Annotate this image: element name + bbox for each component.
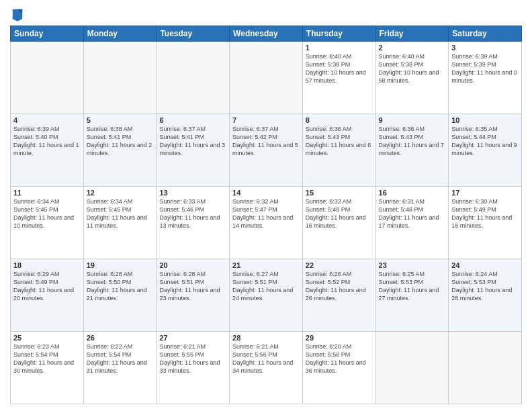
week-row-1: 4Sunrise: 6:39 AMSunset: 5:40 PMDaylight… <box>11 114 522 187</box>
day-info: Sunrise: 6:39 AMSunset: 5:39 PMDaylight:… <box>451 52 519 85</box>
day-cell: 22Sunrise: 6:26 AMSunset: 5:52 PMDayligh… <box>302 259 375 332</box>
day-cell: 8Sunrise: 6:36 AMSunset: 5:43 PMDaylight… <box>302 114 375 187</box>
day-info: Sunrise: 6:34 AMSunset: 5:45 PMDaylight:… <box>13 197 81 230</box>
day-cell: 14Sunrise: 6:32 AMSunset: 5:47 PMDayligh… <box>230 187 303 259</box>
week-row-3: 18Sunrise: 6:29 AMSunset: 5:49 PMDayligh… <box>11 259 522 332</box>
day-cell: 26Sunrise: 6:22 AMSunset: 5:54 PMDayligh… <box>83 332 157 404</box>
day-cell: 19Sunrise: 6:28 AMSunset: 5:50 PMDayligh… <box>83 259 157 332</box>
day-cell <box>375 332 449 404</box>
day-info: Sunrise: 6:22 AMSunset: 5:54 PMDaylight:… <box>87 342 154 375</box>
day-cell: 29Sunrise: 6:20 AMSunset: 5:56 PMDayligh… <box>302 332 375 404</box>
day-cell <box>230 42 303 114</box>
day-number: 14 <box>232 189 300 197</box>
day-number: 27 <box>159 334 226 342</box>
day-info: Sunrise: 6:28 AMSunset: 5:50 PMDaylight:… <box>87 270 154 303</box>
day-number: 1 <box>306 44 373 52</box>
day-info: Sunrise: 6:23 AMSunset: 5:54 PMDaylight:… <box>13 342 81 375</box>
day-cell <box>11 42 84 114</box>
calendar: SundayMondayTuesdayWednesdayThursdayFrid… <box>10 26 522 404</box>
day-info: Sunrise: 6:34 AMSunset: 5:45 PMDaylight:… <box>87 197 154 230</box>
day-number: 10 <box>451 116 519 124</box>
day-number: 19 <box>87 261 154 269</box>
day-info: Sunrise: 6:37 AMSunset: 5:41 PMDaylight:… <box>159 125 226 158</box>
day-number: 15 <box>306 189 373 197</box>
day-cell: 21Sunrise: 6:27 AMSunset: 5:51 PMDayligh… <box>230 259 303 332</box>
day-number: 21 <box>232 261 300 269</box>
day-info: Sunrise: 6:40 AMSunset: 5:38 PMDaylight:… <box>379 52 446 85</box>
day-info: Sunrise: 6:27 AMSunset: 5:51 PMDaylight:… <box>232 270 300 303</box>
day-cell: 13Sunrise: 6:33 AMSunset: 5:46 PMDayligh… <box>157 187 230 259</box>
day-number: 9 <box>379 116 446 124</box>
day-cell: 7Sunrise: 6:37 AMSunset: 5:42 PMDaylight… <box>230 114 303 187</box>
week-row-2: 11Sunrise: 6:34 AMSunset: 5:45 PMDayligh… <box>11 187 522 259</box>
day-cell: 16Sunrise: 6:31 AMSunset: 5:48 PMDayligh… <box>375 187 449 259</box>
day-number: 13 <box>159 189 226 197</box>
logo-icon <box>11 7 24 21</box>
day-cell: 28Sunrise: 6:21 AMSunset: 5:56 PMDayligh… <box>230 332 303 404</box>
day-cell: 15Sunrise: 6:32 AMSunset: 5:48 PMDayligh… <box>302 187 375 259</box>
day-info: Sunrise: 6:24 AMSunset: 5:53 PMDaylight:… <box>451 270 519 303</box>
weekday-header-saturday: Saturday <box>449 26 522 42</box>
day-info: Sunrise: 6:25 AMSunset: 5:53 PMDaylight:… <box>379 270 446 303</box>
day-number: 6 <box>159 116 226 124</box>
day-number: 23 <box>379 261 446 269</box>
day-cell: 20Sunrise: 6:28 AMSunset: 5:51 PMDayligh… <box>157 259 230 332</box>
day-info: Sunrise: 6:35 AMSunset: 5:44 PMDaylight:… <box>451 125 519 158</box>
day-cell: 12Sunrise: 6:34 AMSunset: 5:45 PMDayligh… <box>83 187 157 259</box>
day-number: 2 <box>379 44 446 52</box>
day-number: 17 <box>451 189 519 197</box>
day-number: 28 <box>232 334 300 342</box>
day-cell: 10Sunrise: 6:35 AMSunset: 5:44 PMDayligh… <box>449 114 522 187</box>
day-cell: 1Sunrise: 6:40 AMSunset: 5:38 PMDaylight… <box>302 42 375 114</box>
day-number: 8 <box>306 116 373 124</box>
day-cell: 11Sunrise: 6:34 AMSunset: 5:45 PMDayligh… <box>11 187 84 259</box>
day-info: Sunrise: 6:36 AMSunset: 5:43 PMDaylight:… <box>306 125 373 158</box>
day-cell: 4Sunrise: 6:39 AMSunset: 5:40 PMDaylight… <box>11 114 84 187</box>
day-number: 7 <box>232 116 300 124</box>
day-info: Sunrise: 6:40 AMSunset: 5:38 PMDaylight:… <box>306 52 373 85</box>
day-number: 16 <box>379 189 446 197</box>
header <box>10 7 522 21</box>
day-number: 25 <box>13 334 81 342</box>
day-number: 3 <box>451 44 519 52</box>
day-number: 11 <box>13 189 81 197</box>
day-number: 22 <box>306 261 373 269</box>
day-info: Sunrise: 6:21 AMSunset: 5:55 PMDaylight:… <box>159 342 226 375</box>
day-info: Sunrise: 6:33 AMSunset: 5:46 PMDaylight:… <box>159 197 226 230</box>
day-info: Sunrise: 6:32 AMSunset: 5:47 PMDaylight:… <box>232 197 300 230</box>
day-number: 18 <box>13 261 81 269</box>
day-cell: 3Sunrise: 6:39 AMSunset: 5:39 PMDaylight… <box>449 42 522 114</box>
day-info: Sunrise: 6:30 AMSunset: 5:49 PMDaylight:… <box>451 197 519 230</box>
day-info: Sunrise: 6:36 AMSunset: 5:43 PMDaylight:… <box>379 125 446 158</box>
day-info: Sunrise: 6:26 AMSunset: 5:52 PMDaylight:… <box>306 270 373 303</box>
day-info: Sunrise: 6:21 AMSunset: 5:56 PMDaylight:… <box>232 342 300 375</box>
week-row-4: 25Sunrise: 6:23 AMSunset: 5:54 PMDayligh… <box>11 332 522 404</box>
day-number: 12 <box>87 189 154 197</box>
day-info: Sunrise: 6:32 AMSunset: 5:48 PMDaylight:… <box>306 197 373 230</box>
day-cell: 5Sunrise: 6:38 AMSunset: 5:41 PMDaylight… <box>83 114 157 187</box>
day-number: 24 <box>451 261 519 269</box>
day-number: 5 <box>87 116 154 124</box>
weekday-header-sunday: Sunday <box>11 26 84 42</box>
day-cell <box>157 42 230 114</box>
day-cell: 23Sunrise: 6:25 AMSunset: 5:53 PMDayligh… <box>375 259 449 332</box>
day-cell: 17Sunrise: 6:30 AMSunset: 5:49 PMDayligh… <box>449 187 522 259</box>
day-number: 26 <box>87 334 154 342</box>
logo <box>10 9 24 21</box>
day-info: Sunrise: 6:38 AMSunset: 5:41 PMDaylight:… <box>87 125 154 158</box>
day-cell: 18Sunrise: 6:29 AMSunset: 5:49 PMDayligh… <box>11 259 84 332</box>
weekday-header-monday: Monday <box>83 26 157 42</box>
day-cell: 24Sunrise: 6:24 AMSunset: 5:53 PMDayligh… <box>449 259 522 332</box>
day-info: Sunrise: 6:31 AMSunset: 5:48 PMDaylight:… <box>379 197 446 230</box>
day-number: 20 <box>159 261 226 269</box>
weekday-header-row: SundayMondayTuesdayWednesdayThursdayFrid… <box>11 26 522 42</box>
weekday-header-friday: Friday <box>375 26 449 42</box>
day-info: Sunrise: 6:28 AMSunset: 5:51 PMDaylight:… <box>159 270 226 303</box>
day-cell: 25Sunrise: 6:23 AMSunset: 5:54 PMDayligh… <box>11 332 84 404</box>
day-info: Sunrise: 6:37 AMSunset: 5:42 PMDaylight:… <box>232 125 300 158</box>
weekday-header-tuesday: Tuesday <box>157 26 230 42</box>
day-cell <box>449 332 522 404</box>
week-row-0: 1Sunrise: 6:40 AMSunset: 5:38 PMDaylight… <box>11 42 522 114</box>
day-cell: 6Sunrise: 6:37 AMSunset: 5:41 PMDaylight… <box>157 114 230 187</box>
weekday-header-thursday: Thursday <box>302 26 375 42</box>
